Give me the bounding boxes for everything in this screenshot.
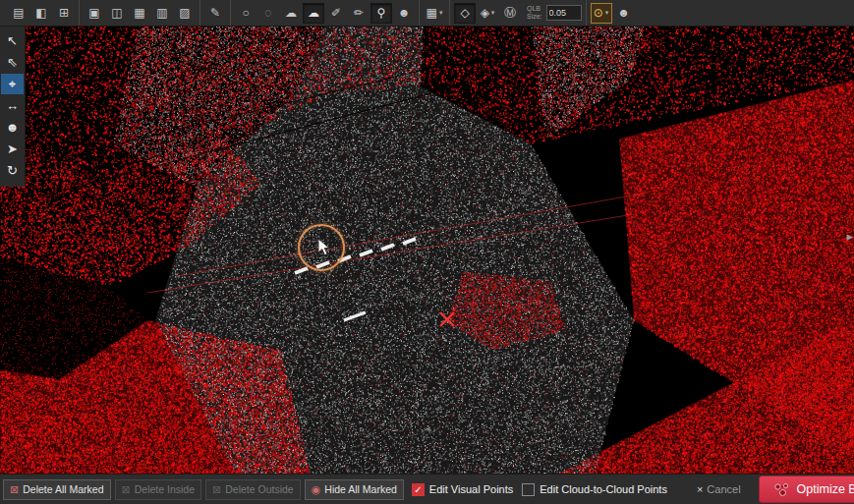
button-icon: ⊠ bbox=[212, 484, 221, 495]
qlb-label-line2: Size: bbox=[527, 13, 542, 21]
tool-icon-glyph: ⌖ bbox=[9, 77, 16, 92]
toolbar-group-pen: ✎ bbox=[200, 0, 231, 26]
highlight-select-icon[interactable]: ⊙ ▾ bbox=[591, 3, 612, 24]
select-tool[interactable]: ↖ bbox=[1, 30, 24, 51]
qlb-size-input[interactable] bbox=[546, 5, 582, 21]
caret-icon: ▾ bbox=[491, 9, 495, 17]
icon-glyph: ⊞ bbox=[59, 7, 69, 19]
icon-glyph: ☁ bbox=[285, 7, 297, 19]
edit-options: ✓ Edit Visual Points Edit Cloud-to-Cloud… bbox=[412, 483, 676, 496]
icon-glyph: ▦ bbox=[427, 7, 437, 19]
button-icon: ⊠ bbox=[10, 484, 19, 495]
checkbox-box[interactable] bbox=[522, 483, 535, 496]
cube-tools: ◇ ◈ ▾ Ⓜ bbox=[454, 3, 521, 24]
cloud-marked-icon[interactable]: ☁ bbox=[303, 3, 324, 24]
icon-glyph: ◫ bbox=[111, 7, 122, 19]
icon-glyph: ✐ bbox=[331, 7, 341, 19]
tool-icon-glyph: ↻ bbox=[7, 163, 18, 178]
button-label: Delete All Marked bbox=[23, 483, 103, 495]
button-icon: ⊠ bbox=[122, 484, 131, 495]
toolbar-group-layout: ▦ ▾ bbox=[420, 0, 450, 26]
gallery-view-icon[interactable]: ▨ bbox=[174, 3, 196, 24]
move-tool[interactable]: ⌖ bbox=[1, 74, 24, 94]
measure-tool[interactable]: ↔ bbox=[1, 95, 24, 116]
delete-inside-button[interactable]: ⊠ Delete Inside bbox=[115, 479, 202, 500]
grid-view-icon[interactable]: ▦ bbox=[129, 3, 150, 24]
location-pin-icon[interactable]: ⚲ bbox=[370, 3, 392, 24]
caret-icon: ▾ bbox=[605, 9, 609, 17]
icon-glyph: ▤ bbox=[13, 7, 24, 19]
icon-glyph: ⚲ bbox=[377, 7, 386, 19]
icon-glyph: Ⓜ bbox=[504, 7, 516, 19]
toolbar-group-marking: ○ ◌ ☁ ☁ ✐ bbox=[231, 0, 420, 26]
button-label: Hide All Marked bbox=[324, 483, 397, 495]
camera-icon[interactable]: ▣ bbox=[84, 3, 105, 24]
icon-glyph: ✎ bbox=[210, 7, 220, 19]
left-tool-palette: ↖ ⇖ ⌖ ↔ ☻ ➤ bbox=[0, 26, 26, 187]
bundle-points-icon bbox=[773, 482, 790, 497]
frame-view-icon[interactable]: ◧ bbox=[30, 3, 52, 24]
circle-select-icon[interactable]: ○ bbox=[235, 3, 256, 24]
button-label: Delete Outside bbox=[225, 483, 293, 495]
close-icon: × bbox=[697, 484, 703, 495]
right-panel-expander[interactable]: ▸ bbox=[846, 230, 853, 243]
bottom-action-bar: ⊠ Delete All Marked ⊠ Delete Inside ⊠ De… bbox=[0, 474, 854, 504]
person-icon[interactable]: ☻ bbox=[613, 3, 635, 24]
view-layout-dropdown[interactable]: ▦ ▾ bbox=[424, 3, 445, 24]
cancel-button[interactable]: × Cancel bbox=[691, 482, 747, 496]
photo-icon[interactable]: ▤ bbox=[8, 3, 29, 24]
thumbnail-view-icon[interactable]: ▥ bbox=[151, 3, 173, 24]
point-cloud-viewport[interactable]: ↖ ⇖ ⌖ ↔ ☻ ➤ bbox=[0, 26, 854, 475]
split-view-icon[interactable]: ◫ bbox=[106, 3, 128, 24]
app-window: ▤ ◧ ⊞ ▣ bbox=[0, 0, 854, 504]
edit-cloud-to-cloud-checkbox[interactable]: Edit Cloud-to-Cloud Points bbox=[522, 483, 667, 496]
toolbar-group-capture: ▤ ◧ ⊞ bbox=[4, 0, 80, 26]
tool-icon-glyph: ↖ bbox=[7, 33, 18, 48]
edit-visual-points-checkbox[interactable]: ✓ Edit Visual Points bbox=[412, 483, 513, 496]
icon-glyph: ☻ bbox=[617, 7, 630, 19]
cloud-points-icon[interactable]: ☁ bbox=[280, 3, 302, 24]
cube-m-icon[interactable]: Ⓜ bbox=[499, 3, 521, 24]
icon-glyph: ✏ bbox=[354, 7, 364, 19]
icon-glyph: ◌ bbox=[264, 7, 271, 19]
zoom-window-icon[interactable]: ⊞ bbox=[53, 3, 75, 24]
icon-glyph: ◧ bbox=[35, 7, 46, 19]
hide-all-marked-button[interactable]: ◉ Hide All Marked bbox=[305, 479, 404, 500]
orbit-tool[interactable]: ↻ bbox=[1, 160, 24, 181]
add-person-icon[interactable]: ☻ bbox=[393, 3, 415, 24]
cube-gizmo-icon[interactable]: ◈ ▾ bbox=[477, 3, 498, 24]
checkbox-label: Edit Visual Points bbox=[429, 483, 513, 495]
optimize-label: Optimize Bundle bbox=[797, 482, 854, 496]
toolbar-group-3d: ◇ ◈ ▾ Ⓜ QLB Size: bbox=[450, 0, 587, 26]
marked-actions: ⊠ Delete All Marked ⊠ Delete Inside ⊠ De… bbox=[3, 479, 404, 500]
checkbox-tick: ✓ bbox=[414, 484, 422, 495]
caret-icon: ▾ bbox=[439, 9, 443, 17]
checkbox-label: Edit Cloud-to-Cloud Points bbox=[540, 483, 667, 495]
button-label: Delete Inside bbox=[135, 483, 195, 495]
button-icon: ◉ bbox=[312, 484, 321, 495]
navigate-tool[interactable]: ➤ bbox=[1, 139, 24, 159]
optimize-bundle-button[interactable]: Optimize Bundle bbox=[759, 476, 854, 503]
delete-all-marked-button[interactable]: ⊠ Delete All Marked bbox=[3, 479, 111, 500]
toolbar-group-views: ▣ ◫ ▦ ▥ ▨ bbox=[80, 0, 200, 26]
eyedropper-icon[interactable]: ✐ bbox=[325, 3, 347, 24]
delete-outside-button[interactable]: ⊠ Delete Outside bbox=[205, 479, 301, 500]
tool-icon-glyph: ⇖ bbox=[7, 55, 18, 70]
tool-icon-glyph: ☻ bbox=[6, 120, 20, 135]
icon-glyph: ▣ bbox=[88, 7, 99, 19]
tool-icon-glyph: ↔ bbox=[6, 98, 19, 113]
ellipse-select-icon[interactable]: ◌ bbox=[257, 3, 279, 24]
icon-glyph: ▦ bbox=[134, 7, 144, 19]
icon-glyph: ☻ bbox=[398, 7, 411, 19]
cube-view-icon[interactable]: ◇ bbox=[454, 3, 476, 24]
icon-glyph: ◈ bbox=[481, 7, 489, 19]
select-box-tool[interactable]: ⇖ bbox=[1, 52, 24, 73]
icon-glyph: ⊙ bbox=[594, 7, 603, 19]
point-cloud-canvas[interactable] bbox=[0, 26, 854, 475]
icon-glyph: ◇ bbox=[460, 7, 469, 19]
marker-pen-icon[interactable]: ✎ bbox=[204, 3, 226, 24]
person-view-tool[interactable]: ☻ bbox=[1, 117, 24, 138]
toolbar-group-select: ⊙ ▾ ☻ bbox=[587, 0, 639, 26]
edit-points-icon[interactable]: ✏ bbox=[348, 3, 370, 24]
checkbox-box[interactable]: ✓ bbox=[412, 483, 425, 496]
